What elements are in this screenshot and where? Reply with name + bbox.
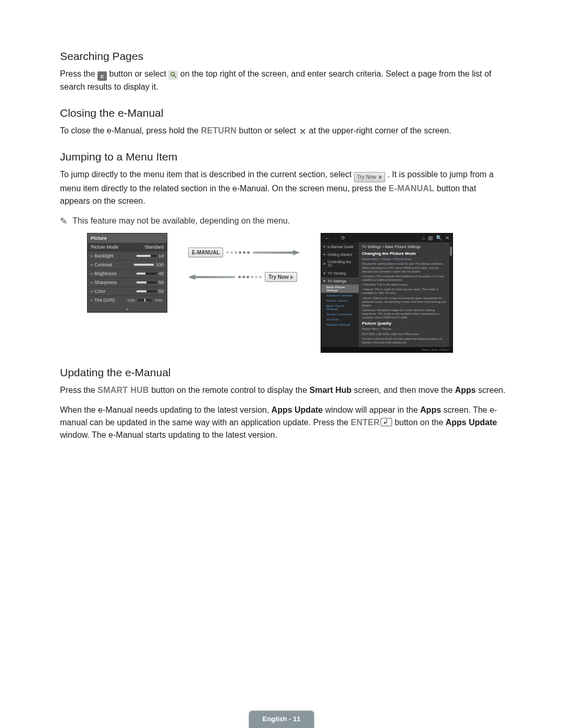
emanual-path: Screen Menu > Picture > Picture Mode bbox=[362, 257, 446, 261]
osd-tint-r: R50 bbox=[155, 298, 163, 303]
breadcrumb: TV Settings > Basic Picture Settings bbox=[362, 244, 446, 250]
emanual-line: • Dynamic: This increases the brightness… bbox=[362, 275, 446, 282]
svg-line-1 bbox=[174, 76, 176, 77]
osd-item-value: 45 bbox=[158, 271, 164, 276]
emanual-line: • Standard: This is the default mode. bbox=[362, 283, 446, 287]
nav-bullet-icon: ▸ bbox=[324, 271, 326, 275]
document-page: Searching Pages Press the c button or se… bbox=[0, 0, 563, 728]
emanual-nav-subitem: 3D Audio bbox=[321, 317, 359, 322]
osd-row: Color50 bbox=[88, 287, 167, 295]
osd-title: Picture bbox=[88, 233, 167, 243]
text: window. The e-Manual starts updating to … bbox=[60, 430, 277, 439]
emanual-nav-subitem: Basic Picture Settings bbox=[321, 285, 359, 293]
scrollbar bbox=[449, 242, 452, 347]
text: button or select bbox=[109, 69, 168, 78]
back-icon: ← bbox=[324, 235, 329, 241]
emanual-content: TV Settings > Basic Picture Settings Cha… bbox=[359, 242, 449, 347]
emanual-nav-subitem: Speaker Settings bbox=[321, 322, 359, 327]
osd-item-name: Backlight bbox=[94, 253, 134, 258]
emanual-button-label: E-MANUAL bbox=[389, 184, 435, 193]
page-footer: English - 11 bbox=[249, 711, 314, 728]
para-searching: Press the c button or select on the top … bbox=[60, 68, 506, 93]
heading-jumping-menu: Jumping to a Menu Item bbox=[60, 151, 506, 163]
arrow-right-icon bbox=[253, 250, 300, 255]
emanual-nav: ▸e-Manual Guide▸Getting Started▸Controll… bbox=[321, 242, 359, 347]
emanual-heading: Changing the Picture Mode bbox=[362, 251, 446, 256]
emanual-nav-subitem: Picture Options bbox=[321, 298, 359, 303]
emanual-button: E-MANUAL bbox=[188, 248, 223, 257]
osd-tint-label: Tint (G/R) bbox=[94, 298, 126, 303]
emanual-nav-item: ▸Controlling the TV bbox=[321, 258, 359, 269]
heading-updating-emanual: Updating the e-Manual bbox=[60, 366, 506, 379]
text: Press the bbox=[60, 69, 97, 78]
osd-row: Contrast100 bbox=[88, 260, 167, 269]
note-icon: ✎ bbox=[60, 215, 67, 228]
osd-row: Brightness45 bbox=[88, 269, 167, 278]
apps-label: Apps bbox=[455, 386, 476, 394]
arrow-to-trynow: Try Now bbox=[188, 272, 300, 282]
search-icon bbox=[168, 70, 178, 80]
apps-label-2: Apps bbox=[420, 405, 441, 414]
footer-page: 11 bbox=[293, 715, 300, 723]
arrow-to-emanual: E-MANUAL bbox=[188, 248, 300, 257]
osd-tint-g: G50 bbox=[127, 298, 135, 303]
return-button-label: RETURN bbox=[201, 126, 236, 135]
para-jumping: To jump directly to the menu item that i… bbox=[60, 168, 506, 207]
heading-searching-pages: Searching Pages bbox=[60, 50, 506, 63]
emanual-screenshot: ←→⟳ ⌂▤🔍✕ ▸e-Manual Guide▸Getting Started… bbox=[321, 233, 453, 353]
text: To jump directly to the menu item that i… bbox=[60, 170, 354, 179]
emanual-nav-item: ▸Getting Started bbox=[321, 250, 359, 258]
osd-item-name: Brightness bbox=[94, 271, 134, 276]
text: Press the bbox=[60, 386, 97, 394]
osd-picture-mode-row: Picture Mode Standard bbox=[88, 243, 167, 251]
text: When the e-Manual needs updating to the … bbox=[60, 405, 272, 414]
enter-label: ENTER bbox=[351, 418, 380, 427]
emanual-nav-subitem: Sound Customizer bbox=[321, 312, 359, 317]
try-now-button: Try Now bbox=[265, 272, 297, 282]
emanual-line: • Natural: This is useful for reducing e… bbox=[362, 288, 446, 295]
close-icon: ✕ bbox=[445, 235, 449, 241]
osd-mode-label: Picture Mode bbox=[91, 244, 118, 250]
try-now-button-icon: Try Now bbox=[354, 172, 385, 182]
emanual-line: • Movie: Darkens the screen and reduces … bbox=[362, 297, 446, 307]
osd-row: Backlight14 bbox=[88, 251, 167, 260]
osd-mode-value: Standard bbox=[144, 244, 164, 250]
footer-lang: English bbox=[263, 715, 287, 723]
emanual-nav-subitem: Advanced Settings bbox=[321, 293, 359, 298]
enter-icon bbox=[381, 418, 392, 426]
para-updating-1: Press the SMART HUB button on the remote… bbox=[60, 384, 506, 397]
emanual-line: • Entertain: Sharpens images for a more … bbox=[362, 309, 446, 319]
text: screen, and then move the bbox=[354, 386, 455, 394]
osd-item-name: Contrast bbox=[94, 262, 132, 267]
emanual-footer: ↑ Move ↵ Enter ↺ Return bbox=[321, 347, 452, 352]
emanual-nav-item: ▸TV Viewing bbox=[321, 269, 359, 277]
nav-bullet-icon: ▸ bbox=[324, 279, 326, 283]
osd-item-value: 50 bbox=[158, 289, 164, 294]
search-icon: 🔍 bbox=[436, 235, 442, 241]
heading-closing-emanual: Closing the e-Manual bbox=[60, 107, 506, 119]
smarthub-label: SMART HUB bbox=[97, 386, 149, 394]
osd-picture-menu: Picture Picture Mode Standard Backlight1… bbox=[87, 233, 167, 313]
nav-bullet-icon: ▸ bbox=[324, 252, 326, 256]
para-updating-2: When the e-Manual needs updating to the … bbox=[60, 404, 506, 441]
text: To close the e-Manual, press hold the bbox=[60, 126, 201, 135]
dots-icon bbox=[238, 276, 262, 278]
emanual-line: PDP 5500, LED 6400, 6300 and 7450 series bbox=[362, 332, 446, 336]
smarthub-screen: Smart Hub bbox=[309, 386, 351, 394]
figure-jumping: Picture Picture Mode Standard Backlight1… bbox=[87, 233, 506, 353]
forward-icon: → bbox=[333, 235, 338, 241]
osd-item-name: Sharpness bbox=[94, 280, 134, 285]
arrow-left-icon bbox=[188, 275, 235, 280]
osd-row: Sharpness50 bbox=[88, 278, 167, 287]
emanual-nav-item: ▸TV Settings bbox=[321, 277, 359, 285]
apps-update-label: Apps Update bbox=[272, 405, 323, 414]
note-text: This feature may not be available, depen… bbox=[72, 215, 290, 227]
zoom-icon: ▤ bbox=[428, 235, 433, 241]
osd-tint-row: Tint (G/R) G50 R50 bbox=[88, 295, 167, 304]
svg-point-0 bbox=[171, 72, 175, 76]
osd-down-icon: ⌄ bbox=[88, 304, 167, 312]
osd-item-value: 14 bbox=[158, 253, 164, 258]
text: button on the bbox=[395, 418, 446, 427]
emanual-line: Screen Menu > Picture bbox=[362, 327, 446, 331]
para-closing: To close the e-Manual, press hold the RE… bbox=[60, 125, 506, 137]
